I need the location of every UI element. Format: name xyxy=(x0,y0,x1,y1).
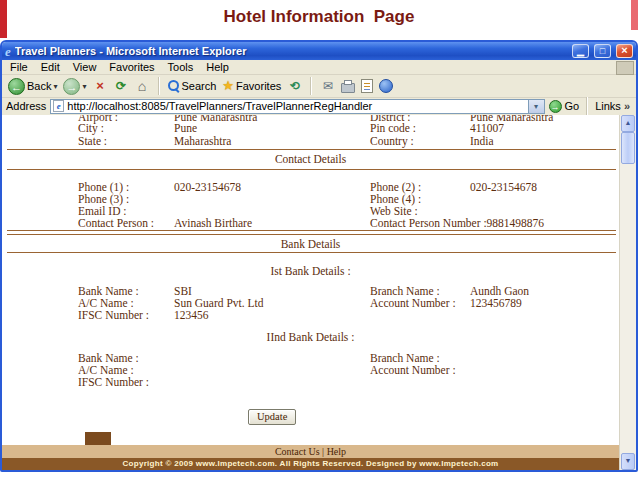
home-button[interactable]: ⌂ xyxy=(134,76,151,96)
field-label: IFSC Number : xyxy=(78,309,174,321)
form-row: City : Pune Pin code : 411007 xyxy=(2,122,619,134)
update-button[interactable]: Update xyxy=(248,409,296,425)
menu-tools[interactable]: Tools xyxy=(168,61,194,73)
window-title: Travel Planners - Microsoft Internet Exp… xyxy=(15,45,567,57)
field-value xyxy=(174,205,370,217)
back-label: Back xyxy=(27,80,51,92)
forward-button[interactable]: → ▾ xyxy=(62,76,87,96)
title-bar[interactable]: e Travel Planners - Microsoft Internet E… xyxy=(2,42,636,60)
address-url: http://localhost:8085/TravelPlanners/Tra… xyxy=(67,100,524,112)
search-button[interactable]: Search xyxy=(167,76,218,96)
edit-button[interactable] xyxy=(360,76,374,96)
field-value xyxy=(174,376,370,388)
maximize-button[interactable]: □ xyxy=(594,44,611,58)
refresh-button[interactable]: ⟳ xyxy=(113,76,130,96)
address-input[interactable]: e http://localhost:8085/TravelPlanners/T… xyxy=(50,99,544,114)
field-value: Aundh Gaon xyxy=(470,285,619,297)
refresh-icon: ⟳ xyxy=(114,79,129,93)
field-value xyxy=(174,364,370,376)
messenger-icon xyxy=(379,79,393,93)
scroll-up-icon[interactable]: ▲ xyxy=(621,115,635,132)
form-row: Bank Name : Branch Name : xyxy=(2,352,619,364)
form-row: Contact Person : Avinash Birthare Contac… xyxy=(2,217,619,229)
vertical-scrollbar[interactable]: ▲ ▼ xyxy=(619,115,636,470)
mail-icon: ✉ xyxy=(320,79,335,93)
close-button[interactable]: × xyxy=(616,44,633,58)
form-row: Bank Name : SBI Branch Name : Aundh Gaon xyxy=(2,285,619,297)
scrollbar-thumb[interactable] xyxy=(621,132,635,164)
field-value xyxy=(470,376,619,388)
section-divider xyxy=(7,149,616,150)
search-icon xyxy=(168,80,180,92)
minimize-button[interactable]: ▁ xyxy=(572,44,589,58)
field-value xyxy=(470,364,619,376)
field-value: 123456789 xyxy=(470,297,619,309)
field-label: Contact Person : xyxy=(78,217,174,229)
go-icon: → xyxy=(549,100,562,113)
section-heading: Contact Details xyxy=(2,153,619,165)
address-dropdown-icon[interactable]: ▾ xyxy=(528,100,544,113)
menu-help[interactable]: Help xyxy=(206,61,229,73)
footer-tab-decoration xyxy=(85,432,111,445)
back-dropdown-icon[interactable]: ▾ xyxy=(53,82,57,91)
go-button[interactable]: → Go xyxy=(549,100,580,113)
menu-edit[interactable]: Edit xyxy=(41,61,60,73)
scroll-down-icon[interactable]: ▼ xyxy=(621,453,635,470)
page-title: Hotel Information Page xyxy=(0,7,638,27)
history-button[interactable]: ⟲ xyxy=(286,76,303,96)
form-row: IFSC Number : 123456 xyxy=(2,309,619,321)
field-value xyxy=(470,309,619,321)
back-icon: ← xyxy=(8,78,25,95)
search-label: Search xyxy=(182,80,217,92)
field-value xyxy=(470,352,619,364)
field-label: Bank Name : xyxy=(78,352,174,364)
field-label: Country : xyxy=(370,135,470,147)
links-button[interactable]: Links » xyxy=(595,100,632,112)
field-label: Web Site : xyxy=(370,205,470,217)
form-row: IFSC Number : xyxy=(2,376,619,388)
history-icon: ⟲ xyxy=(287,79,302,93)
field-value: 020-23154678 xyxy=(470,181,619,193)
field-label: Phone (2) : xyxy=(370,181,470,193)
stop-icon: × xyxy=(93,79,108,93)
field-label: Bank Name : xyxy=(78,285,174,297)
section-divider xyxy=(7,169,616,170)
menu-favorites[interactable]: Favorites xyxy=(109,61,154,73)
field-label: Phone (4) : xyxy=(370,193,470,205)
links-label: Links xyxy=(595,100,621,112)
mail-button[interactable]: ✉ xyxy=(319,76,336,96)
page-favicon-icon: e xyxy=(53,100,64,112)
favorites-button[interactable]: ★ Favorites xyxy=(221,76,282,96)
menu-file[interactable]: File xyxy=(10,61,28,73)
field-label: IFSC Number : xyxy=(78,376,174,388)
field-value: India xyxy=(470,135,619,147)
back-button[interactable]: ← Back ▾ xyxy=(7,76,58,96)
field-label: Email ID : xyxy=(78,205,174,217)
chevron-icon: » xyxy=(624,100,630,112)
menu-view[interactable]: View xyxy=(73,61,97,73)
menu-bar: File Edit View Favorites Tools Help xyxy=(2,60,636,75)
print-button[interactable] xyxy=(340,76,356,96)
field-label: Phone (1) : xyxy=(78,181,174,193)
toolbar: ← Back ▾ → ▾ × ⟳ ⌂ Search ★ Favorites ⟲ xyxy=(2,75,636,98)
field-value: 411007 xyxy=(470,122,619,134)
address-bar: Address e http://localhost:8085/TravelPl… xyxy=(2,98,636,116)
forward-dropdown-icon[interactable]: ▾ xyxy=(82,82,86,91)
address-label: Address xyxy=(6,100,46,112)
footer-links[interactable]: Contact Us | Help xyxy=(2,445,619,458)
footer-copyright: Copyright © 2009 www.Impetech.com. All R… xyxy=(2,458,619,470)
field-value xyxy=(174,352,370,364)
field-label xyxy=(370,309,470,321)
field-label: Phone (3) : xyxy=(78,193,174,205)
field-value: Maharashtra xyxy=(174,135,370,147)
field-value: Avinash Birthare xyxy=(174,217,370,229)
field-label: Branch Name : xyxy=(370,285,470,297)
print-icon xyxy=(341,83,355,93)
field-value: 9881498876 xyxy=(487,217,619,229)
stop-button[interactable]: × xyxy=(92,76,109,96)
messenger-button[interactable] xyxy=(378,76,394,96)
field-value: 020-23154678 xyxy=(174,181,370,193)
field-label xyxy=(370,376,470,388)
section-divider xyxy=(7,230,616,231)
favorites-icon: ★ xyxy=(222,79,234,93)
